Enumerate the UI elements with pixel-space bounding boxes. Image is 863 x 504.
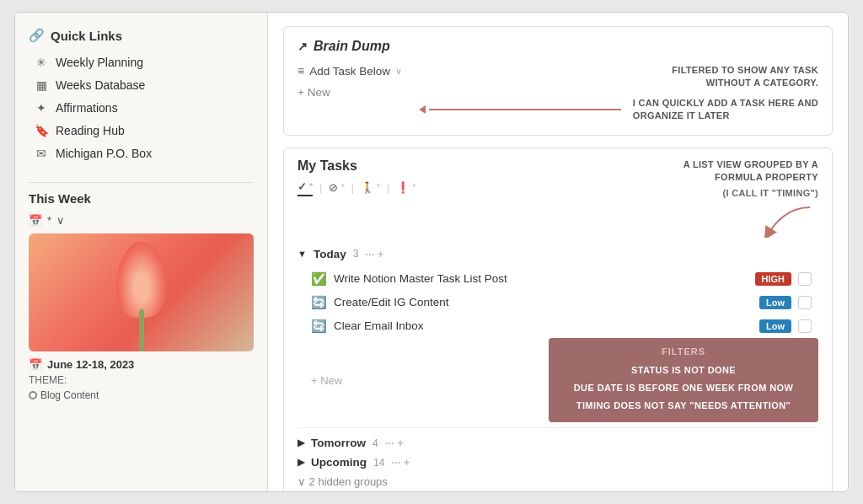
filters-label: FILTERS bbox=[562, 346, 805, 357]
nav-weeks-database[interactable]: ▦ Weeks Database bbox=[29, 74, 254, 96]
my-tasks-title: My Tasks bbox=[297, 158, 416, 174]
hidden-groups[interactable]: ∨ 2 hidden groups bbox=[297, 472, 818, 491]
chevron-down-icon: ∨ bbox=[395, 66, 402, 77]
star-3: * bbox=[377, 182, 380, 192]
person-icon: 🚶 bbox=[361, 181, 374, 194]
add-task-button[interactable]: ≡ Add Task Below ∨ bbox=[297, 64, 402, 78]
nav-reading-hub[interactable]: 🔖 Reading Hub bbox=[29, 120, 254, 142]
my-tasks-annotation: A LIST VIEW GROUPED BY AFORMULA PROPERTY… bbox=[430, 158, 819, 238]
filters-box: FILTERS STATUS IS NOT DONE DUE DATE IS B… bbox=[549, 338, 818, 423]
week-date: 📅 June 12-18, 2023 bbox=[29, 358, 254, 371]
toolbar-person[interactable]: 🚶 * bbox=[361, 181, 380, 196]
tasks-divider bbox=[297, 427, 818, 428]
add-new-task-button[interactable]: + New bbox=[297, 371, 349, 390]
arrow-left-icon bbox=[419, 105, 426, 114]
brain-dump-title: ↗ Brain Dump bbox=[297, 39, 818, 54]
today-group-header[interactable]: ▼ Today 3 ··· + bbox=[297, 244, 818, 264]
calendar-icon: 📅 bbox=[29, 214, 42, 227]
toolbar-alert[interactable]: ❗ * bbox=[396, 181, 415, 196]
star-2: * bbox=[340, 182, 344, 192]
no-icon: ⊘ bbox=[329, 181, 338, 194]
upcoming-actions: ··· + bbox=[391, 456, 410, 469]
triangle-down-icon: ▼ bbox=[297, 249, 307, 259]
theme-dot bbox=[29, 391, 37, 399]
arrow-svg bbox=[751, 204, 818, 238]
tulip-image bbox=[29, 233, 254, 351]
list-icon: ≡ bbox=[297, 64, 304, 78]
task-row[interactable]: 🔄 Clear Email Inbox Low bbox=[297, 314, 818, 338]
task-complete-icon: ✅ bbox=[311, 271, 327, 287]
nav-affirmations[interactable]: ✦ Affirmations bbox=[29, 97, 254, 119]
annotation-line bbox=[429, 109, 621, 110]
star-1: * bbox=[309, 181, 313, 191]
tasks-toolbar: ✓ * | ⊘ * | 🚶 * | bbox=[297, 180, 416, 196]
brain-dump-card: ↗ Brain Dump ≡ Add Task Below ∨ + New bbox=[283, 26, 833, 136]
group-actions: ··· + bbox=[365, 248, 383, 260]
nav-po-box[interactable]: ✉ Michigan P.O. Box bbox=[29, 142, 254, 164]
brain-dump-icon: ↗ bbox=[297, 40, 308, 53]
new-annotation-row: I CAN QUICKLY ADD A TASK HERE ANDORGANIZ… bbox=[419, 97, 818, 123]
brain-dump-body: ≡ Add Task Below ∨ + New FILTERED TO SHO… bbox=[297, 64, 818, 123]
upcoming-group[interactable]: ▶ Upcoming 14 ··· + bbox=[297, 453, 818, 472]
task-checkbox-2[interactable] bbox=[798, 296, 812, 309]
arrow-to-toolbar bbox=[430, 204, 819, 238]
triangle-right-icon-2: ▶ bbox=[297, 457, 304, 468]
link-icon: 🔗 bbox=[29, 28, 45, 43]
tomorrow-group[interactable]: ▶ Tomorrow 4 ··· + bbox=[297, 433, 818, 453]
priority-low-badge-1: Low bbox=[759, 296, 791, 309]
this-week-title: This Week bbox=[29, 191, 254, 206]
alert-icon: ❗ bbox=[396, 181, 410, 194]
task-row[interactable]: ✅ Write Notion Master Task List Post HIG… bbox=[297, 267, 818, 291]
filter-lines: STATUS IS NOT DONE DUE DATE IS BEFORE ON… bbox=[562, 362, 805, 415]
check-icon: ✓ bbox=[297, 180, 307, 193]
brain-dump-annotations: FILTERED TO SHOW ANY TASKWITHOUT A CATEG… bbox=[419, 64, 818, 123]
mail-icon: ✉ bbox=[34, 147, 49, 160]
new-and-filters-row: + New FILTERS STATUS IS NOT DONE DUE DAT… bbox=[297, 338, 818, 423]
week-calendar-row: 📅 * ∨ bbox=[29, 214, 254, 227]
new-task-row[interactable]: + New bbox=[297, 86, 402, 99]
task-checkbox-1[interactable] bbox=[798, 272, 812, 286]
toolbar-check[interactable]: ✓ * bbox=[297, 180, 313, 196]
main-content: ↗ Brain Dump ≡ Add Task Below ∨ + New bbox=[268, 13, 848, 491]
brain-dump-left: ≡ Add Task Below ∨ + New bbox=[297, 64, 402, 99]
task-row[interactable]: 🔄 Create/Edit IG Content Low bbox=[297, 291, 818, 314]
theme-label: THEME: bbox=[29, 374, 254, 386]
task-repeat-icon-2: 🔄 bbox=[311, 319, 327, 334]
my-tasks-left-header: My Tasks ✓ * | ⊘ * | 🚶 bbox=[297, 158, 416, 196]
triangle-right-icon: ▶ bbox=[297, 437, 304, 448]
my-tasks-card: My Tasks ✓ * | ⊘ * | 🚶 bbox=[283, 147, 833, 491]
quick-links-section: 🔗 Quick Links ✳ Weekly Planning ▦ Weeks … bbox=[29, 28, 254, 165]
calendar-grid-icon: ▦ bbox=[34, 78, 49, 92]
task-repeat-icon: 🔄 bbox=[311, 295, 327, 310]
quick-links-title: 🔗 Quick Links bbox=[29, 28, 254, 43]
toolbar-no[interactable]: ⊘ * bbox=[329, 181, 344, 196]
tomorrow-actions: ··· + bbox=[385, 437, 404, 449]
sidebar: 🔗 Quick Links ✳ Weekly Planning ▦ Weeks … bbox=[15, 13, 268, 491]
my-tasks-header: My Tasks ✓ * | ⊘ * | 🚶 bbox=[297, 158, 818, 238]
task-checkbox-3[interactable] bbox=[798, 319, 812, 333]
sidebar-divider bbox=[29, 182, 254, 183]
theme-value: Blog Content bbox=[29, 389, 254, 401]
date-calendar-icon: 📅 bbox=[29, 358, 42, 371]
sparkle-icon: ✦ bbox=[34, 101, 49, 115]
star-4: * bbox=[412, 182, 415, 192]
filtered-annotation: FILTERED TO SHOW ANY TASKWITHOUT A CATEG… bbox=[419, 64, 818, 90]
nav-weekly-planning[interactable]: ✳ Weekly Planning bbox=[29, 51, 254, 73]
priority-high-badge: HIGH bbox=[755, 272, 792, 286]
asterisk-icon: ✳ bbox=[34, 56, 49, 69]
bookmark-icon: 🔖 bbox=[34, 124, 49, 137]
priority-low-badge-2: Low bbox=[759, 319, 791, 333]
